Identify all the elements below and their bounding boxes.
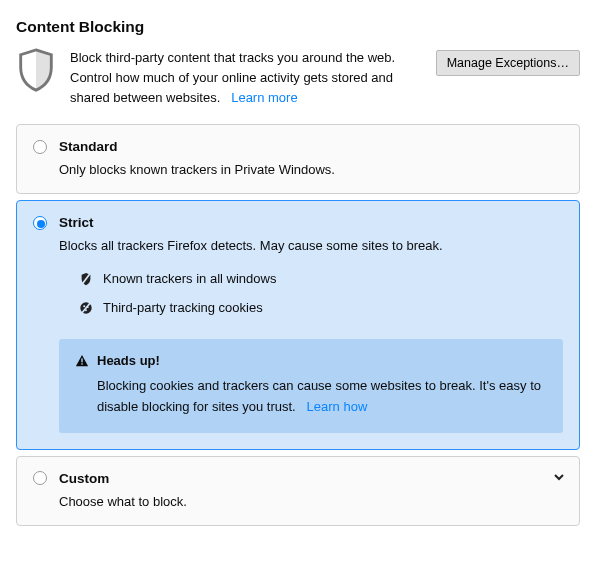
shield-icon	[16, 48, 56, 92]
option-strict[interactable]: Strict Blocks all trackers Firefox detec…	[16, 200, 580, 449]
option-custom[interactable]: Custom Choose what to block.	[16, 456, 580, 526]
option-custom-title: Custom	[59, 471, 109, 486]
option-strict-title: Strict	[59, 215, 94, 230]
feature-tracking-cookies-label: Third-party tracking cookies	[103, 300, 263, 315]
heads-up-box: Heads up! Blocking cookies and trackers …	[59, 339, 563, 432]
intro-row: Block third-party content that tracks yo…	[16, 48, 580, 108]
heads-up-body: Blocking cookies and trackers can cause …	[97, 376, 547, 416]
option-strict-desc: Blocks all trackers Firefox detects. May…	[59, 238, 563, 253]
learn-more-link[interactable]: Learn more	[231, 90, 297, 105]
feature-tracking-cookies: Third-party tracking cookies	[79, 300, 563, 315]
radio-custom[interactable]	[33, 471, 47, 485]
feature-known-trackers-label: Known trackers in all windows	[103, 271, 276, 286]
svg-rect-7	[81, 363, 82, 364]
intro-text: Block third-party content that tracks yo…	[70, 48, 422, 108]
option-standard-desc: Only blocks known trackers in Private Wi…	[59, 162, 563, 177]
feature-known-trackers: Known trackers in all windows	[79, 271, 563, 286]
radio-standard[interactable]	[33, 140, 47, 154]
options-list: Standard Only blocks known trackers in P…	[16, 124, 580, 525]
cookie-icon	[79, 301, 93, 315]
option-standard[interactable]: Standard Only blocks known trackers in P…	[16, 124, 580, 194]
learn-how-link[interactable]: Learn how	[307, 399, 368, 414]
section-title: Content Blocking	[16, 18, 580, 36]
heads-up-title: Heads up!	[97, 353, 160, 368]
svg-point-2	[83, 305, 85, 307]
option-custom-desc: Choose what to block.	[59, 494, 563, 509]
tracker-icon	[79, 272, 93, 286]
strict-feature-list: Known trackers in all windows Third-part…	[79, 271, 563, 315]
warning-icon	[75, 354, 89, 368]
radio-strict[interactable]	[33, 216, 47, 230]
option-standard-title: Standard	[59, 139, 118, 154]
svg-rect-6	[81, 358, 82, 362]
chevron-down-icon	[553, 471, 565, 483]
manage-exceptions-button[interactable]: Manage Exceptions…	[436, 50, 580, 76]
